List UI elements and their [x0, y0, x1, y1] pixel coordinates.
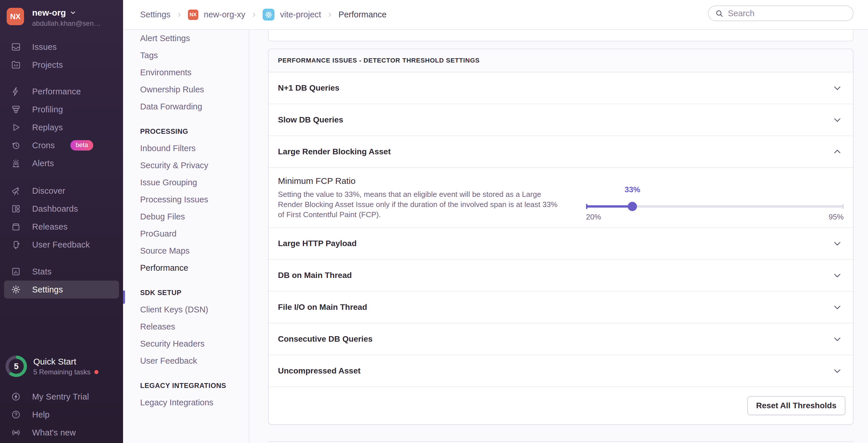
- sidebar-item-label: Performance: [32, 87, 81, 96]
- chevron-down-icon[interactable]: [833, 84, 842, 93]
- sidebar-item-label: Alerts: [32, 159, 54, 168]
- chevron-down-icon: [69, 9, 76, 16]
- org-switcher[interactable]: NX new-org abdullah.khan@sen…: [0, 0, 123, 28]
- fcp-ratio-slider[interactable]: 33% 20% 95%: [586, 178, 844, 227]
- quickstart-widget[interactable]: 5 Quick Start 5 Remaining tasks: [5, 355, 98, 377]
- breadcrumb-page: Performance: [338, 10, 386, 20]
- breadcrumb-settings[interactable]: Settings: [140, 10, 170, 20]
- settings-nav-section-sdk-setup: SDK SETUP: [123, 284, 249, 301]
- slider-thumb[interactable]: [628, 202, 637, 211]
- quickstart-progress-ring: 5: [5, 355, 27, 377]
- settings-nav-ownership-rules[interactable]: Ownership Rules: [123, 81, 249, 98]
- sidebar-item-settings[interactable]: Settings: [4, 281, 119, 298]
- sidebar-item-stats[interactable]: Stats: [0, 263, 123, 281]
- breadcrumb-org[interactable]: new-org-xy: [204, 10, 245, 20]
- sidebar-item-releases[interactable]: Releases: [0, 218, 123, 236]
- panel-footer: Reset All Thresholds: [269, 387, 853, 424]
- sidebar-item-performance[interactable]: Performance: [0, 83, 123, 100]
- row-large-http-payload[interactable]: Large HTTP Payload: [269, 228, 853, 260]
- search-icon: [715, 9, 723, 18]
- settings-nav-source-maps[interactable]: Source Maps: [123, 242, 249, 259]
- profiling-icon: [11, 104, 21, 114]
- sidebar-item-replays[interactable]: Replays: [0, 119, 123, 136]
- slider-fill: [586, 205, 632, 208]
- row-label: N+1 DB Queries: [278, 84, 339, 93]
- notification-dot: [94, 370, 98, 374]
- settings-nav-proguard[interactable]: ProGuard: [123, 225, 249, 242]
- row-n-plus-one-db-queries[interactable]: N+1 DB Queries: [269, 72, 853, 104]
- sidebar-item-label: Projects: [32, 60, 63, 70]
- chevron-down-icon[interactable]: [833, 366, 842, 376]
- row-uncompressed-asset[interactable]: Uncompressed Asset: [269, 355, 853, 387]
- telescope-icon: [11, 186, 21, 196]
- settings-nav-debug-files[interactable]: Debug Files: [123, 208, 249, 225]
- reset-all-thresholds-button[interactable]: Reset All Thresholds: [747, 396, 845, 415]
- row-label: Large HTTP Payload: [278, 239, 357, 248]
- sidebar-item-whats-new[interactable]: What's new: [0, 423, 123, 442]
- row-label: DB on Main Thread: [278, 271, 352, 280]
- sidebar-item-alerts[interactable]: Alerts: [0, 154, 123, 172]
- sidebar-item-label: Dashboards: [32, 204, 78, 214]
- chevron-down-icon[interactable]: [833, 115, 842, 125]
- chevron-down-icon[interactable]: [833, 335, 842, 344]
- sidebar-item-issues[interactable]: Issues: [0, 38, 123, 56]
- row-file-io-on-main-thread[interactable]: File I/O on Main Thread: [269, 291, 853, 323]
- row-slow-db-queries[interactable]: Slow DB Queries: [269, 104, 853, 136]
- projects-icon: [11, 60, 21, 70]
- settings-nav-security-privacy[interactable]: Security & Privacy: [123, 157, 249, 174]
- sidebar-item-label: Releases: [32, 222, 68, 232]
- row-large-render-blocking-asset[interactable]: Large Render Blocking Asset: [269, 136, 853, 168]
- org-name: new-org: [32, 8, 66, 18]
- settings-nav-client-keys[interactable]: Client Keys (DSN): [123, 301, 249, 318]
- settings-nav-data-forwarding[interactable]: Data Forwarding: [123, 98, 249, 115]
- chevron-down-icon[interactable]: [833, 239, 842, 248]
- settings-nav-alert-settings[interactable]: Alert Settings: [123, 30, 249, 47]
- settings-nav-legacy-integrations[interactable]: Legacy Integrations: [123, 394, 249, 411]
- sidebar-item-profiling[interactable]: Profiling: [0, 100, 123, 119]
- sidebar-item-projects[interactable]: Projects: [0, 56, 123, 74]
- settings-nav-tags[interactable]: Tags: [123, 47, 249, 64]
- breadcrumb-project[interactable]: vite-project: [280, 10, 321, 20]
- sidebar-item-label: My Sentry Trial: [32, 392, 89, 402]
- sidebar-item-user-feedback[interactable]: User Feedback: [0, 236, 123, 254]
- row-db-on-main-thread[interactable]: DB on Main Thread: [269, 260, 853, 291]
- row-consecutive-db-queries[interactable]: Consecutive DB Queries: [269, 323, 853, 355]
- settings-nav-releases[interactable]: Releases: [123, 318, 249, 335]
- sidebar-item-my-sentry-trial[interactable]: My Sentry Trial: [0, 388, 123, 406]
- settings-nav-inbound-filters[interactable]: Inbound Filters: [123, 140, 249, 157]
- sidebar-item-label: Profiling: [32, 105, 63, 114]
- sidebar-item-label: Issues: [32, 42, 57, 52]
- sidebar-item-label: Stats: [32, 267, 52, 277]
- sidebar-item-help[interactable]: Help: [0, 406, 123, 423]
- chevron-down-icon[interactable]: [833, 271, 842, 280]
- main-sidebar: NX new-org abdullah.khan@sen… Issues Pro…: [0, 0, 123, 443]
- play-icon: [11, 123, 21, 132]
- slider-value-label: 33%: [624, 185, 640, 194]
- quickstart-subtitle: 5 Remaining tasks: [33, 368, 90, 376]
- org-avatar: NX: [7, 8, 24, 25]
- settings-nav-performance[interactable]: Performance: [123, 259, 249, 277]
- row-label: File I/O on Main Thread: [278, 303, 367, 312]
- settings-nav-processing-issues[interactable]: Processing Issues: [123, 191, 249, 208]
- react-logo-icon: [265, 11, 273, 19]
- settings-nav-section-legacy: LEGACY INTEGRATIONS: [123, 377, 249, 394]
- settings-nav-user-feedback[interactable]: User Feedback: [123, 352, 249, 370]
- bar-chart-icon: [11, 267, 21, 277]
- search-input[interactable]: Search: [708, 5, 854, 21]
- react-project-badge: [262, 9, 275, 21]
- chevron-up-icon[interactable]: [833, 147, 842, 156]
- chevron-down-icon[interactable]: [833, 303, 842, 312]
- row-label: Consecutive DB Queries: [278, 335, 373, 344]
- breadcrumb: Settings NX new-org-xy vite-project Perf…: [140, 0, 386, 29]
- settings-nav-security-headers[interactable]: Security Headers: [123, 335, 249, 352]
- settings-nav-issue-grouping[interactable]: Issue Grouping: [123, 174, 249, 191]
- sidebar-item-dashboards[interactable]: Dashboards: [0, 200, 123, 218]
- sidebar-item-label: Discover: [32, 186, 65, 196]
- help-icon: [11, 410, 21, 419]
- archive-box-icon: [11, 222, 21, 232]
- sidebar-item-discover[interactable]: Discover: [0, 182, 123, 200]
- sidebar-item-crons[interactable]: Crons beta: [0, 136, 123, 154]
- settings-nav-environments[interactable]: Environments: [123, 64, 249, 81]
- sidebar-item-label: Replays: [32, 123, 63, 132]
- active-nav-indicator: [123, 290, 125, 304]
